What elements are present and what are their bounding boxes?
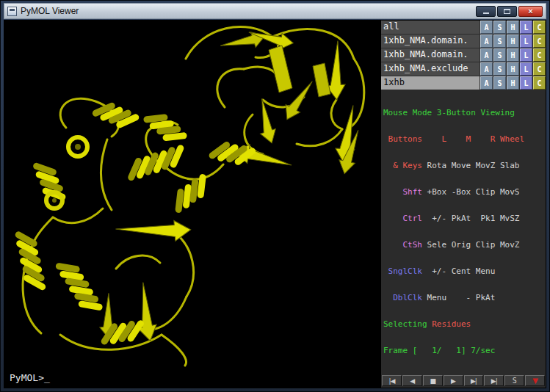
mouse-mode-line: Mouse Mode 3-Button Viewing: [383, 109, 543, 117]
snglclk-line: SnglClk +/- Cent Menu: [383, 267, 543, 276]
dblclk-values: Menu - PkAt: [427, 293, 496, 302]
close-button[interactable]: ×: [518, 6, 543, 17]
ctrl-line: Ctrl +/- PkAt Pk1 MvSZ: [383, 214, 543, 223]
keys-label: & Keys: [383, 161, 427, 170]
command-prompt[interactable]: PyMOL>_: [10, 372, 50, 383]
frame-line: Frame [ 1/ 1] 7/sec: [383, 346, 543, 355]
object-name-1xhb[interactable]: 1xhb: [381, 76, 480, 90]
dblclk-line: DblClk Menu - PkAt: [383, 294, 543, 302]
movie-controls: |◀ ◀ ■ ▶ ▶| ▶| S ▼: [381, 374, 546, 388]
object-name-all[interactable]: all: [381, 21, 480, 34]
object-name[interactable]: 1xhb_NMA.domain.: [381, 35, 480, 48]
color-menu-button[interactable]: C: [533, 76, 546, 90]
3d-viewport[interactable]: PyMOL>_: [4, 21, 380, 388]
object-row: all A S H L C: [381, 21, 546, 34]
object-row: 1xhb_NMA.exclude A S H L C: [381, 62, 546, 76]
ctsh-label: CtSh: [383, 240, 427, 250]
snglclk-label: SnglClk: [383, 266, 427, 276]
window-controls: ×: [476, 6, 543, 17]
minimize-icon: [483, 12, 489, 14]
object-row: 1xhb_NMA.domain. A S H L C: [381, 48, 546, 62]
selecting-mode-value[interactable]: Residues: [432, 319, 471, 329]
hide-menu-button[interactable]: H: [507, 35, 519, 48]
selecting-label[interactable]: Selecting: [383, 319, 432, 329]
show-menu-button[interactable]: S: [493, 48, 506, 62]
buttons-columns: L M R Wheel: [427, 134, 524, 144]
buttons-header-line: Buttons L M R Wheel: [383, 135, 543, 144]
color-menu-button[interactable]: C: [533, 48, 546, 62]
step-back-button[interactable]: ◀: [402, 375, 422, 386]
selecting-line: Selecting Residues: [383, 320, 543, 329]
ctrl-values: +/- PkAt Pk1 MvSZ: [427, 214, 520, 223]
internal-gui-panel: all A S H L C 1xhb_NMA.domain. A S H L C…: [380, 21, 546, 388]
step-forward-button[interactable]: ▶|: [464, 375, 484, 386]
label-menu-button[interactable]: L: [520, 76, 532, 90]
label-menu-button[interactable]: L: [520, 21, 532, 34]
hide-menu-button[interactable]: H: [507, 21, 519, 34]
maximize-button[interactable]: [497, 6, 517, 17]
keys-values: Rota Move MovZ Slab: [427, 161, 520, 170]
keys-line: & Keys Rota Move MovZ Slab: [383, 161, 543, 170]
stop-button[interactable]: ■: [423, 375, 443, 386]
action-menu-button[interactable]: A: [480, 35, 493, 48]
object-row: 1xhb_NMA.domain. A S H L C: [381, 35, 546, 48]
show-menu-button[interactable]: S: [493, 21, 506, 34]
mouse-mode-value[interactable]: 3-Button Viewing: [437, 108, 515, 117]
close-icon: ×: [528, 7, 532, 15]
titlebar[interactable]: PyMOL Viewer ×: [4, 3, 546, 19]
label-menu-button[interactable]: L: [520, 48, 532, 62]
hide-menu-button[interactable]: H: [507, 62, 519, 76]
collapse-panel-button[interactable]: ▼: [525, 375, 545, 386]
show-menu-button[interactable]: S: [493, 35, 506, 48]
label-menu-button[interactable]: L: [520, 35, 532, 48]
shift-line: Shft +Box -Box Clip MovS: [383, 188, 543, 197]
maximize-icon: [504, 9, 510, 14]
shift-values: +Box -Box Clip MovS: [427, 187, 520, 197]
label-menu-button[interactable]: L: [520, 62, 532, 76]
buttons-label: Buttons: [383, 134, 427, 144]
skip-to-start-button[interactable]: |◀: [382, 375, 402, 386]
show-menu-button[interactable]: S: [493, 76, 506, 90]
color-menu-button[interactable]: C: [533, 21, 546, 34]
action-menu-button[interactable]: A: [480, 48, 493, 62]
object-name[interactable]: 1xhb_NMA.exclude: [381, 62, 480, 76]
mouse-help-panel: Mouse Mode 3-Button Viewing Buttons L M …: [381, 90, 546, 374]
app-icon: [7, 7, 17, 16]
object-list: all A S H L C 1xhb_NMA.domain. A S H L C…: [381, 21, 546, 90]
mouse-mode-label[interactable]: Mouse Mode: [383, 108, 437, 117]
ctrl-label: Ctrl: [383, 214, 427, 223]
ctsh-line: CtSh Sele Orig Clip MovZ: [383, 241, 543, 250]
show-menu-button[interactable]: S: [493, 62, 506, 76]
s-toggle-button[interactable]: S: [504, 375, 524, 386]
skip-to-end-button[interactable]: ▶|: [484, 375, 504, 386]
minimize-button[interactable]: [476, 6, 496, 17]
object-row-selected: 1xhb A S H L C: [381, 76, 546, 90]
shift-label: Shft: [383, 187, 427, 197]
play-button[interactable]: ▶: [444, 375, 463, 386]
color-menu-button[interactable]: C: [533, 62, 546, 76]
action-menu-button[interactable]: A: [480, 76, 493, 90]
action-menu-button[interactable]: A: [480, 62, 493, 76]
main-content: PyMOL>_ all A S H L C 1xhb_NMA.domain. A…: [4, 20, 546, 388]
hide-menu-button[interactable]: H: [507, 76, 519, 90]
ctsh-values: Sele Orig Clip MovZ: [427, 240, 520, 250]
protein-cartoon: [4, 21, 380, 388]
frame-counter: Frame [ 1/ 1] 7/sec: [383, 346, 495, 355]
pymol-window: PyMOL Viewer ×: [0, 0, 550, 392]
hide-menu-button[interactable]: H: [507, 48, 519, 62]
snglclk-values: +/- Cent Menu: [427, 266, 496, 276]
action-menu-button[interactable]: A: [480, 21, 493, 34]
object-name[interactable]: 1xhb_NMA.domain.: [381, 48, 480, 62]
color-menu-button[interactable]: C: [533, 35, 546, 48]
dblclk-label: DblClk: [383, 293, 427, 302]
window-title: PyMOL Viewer: [21, 6, 79, 16]
